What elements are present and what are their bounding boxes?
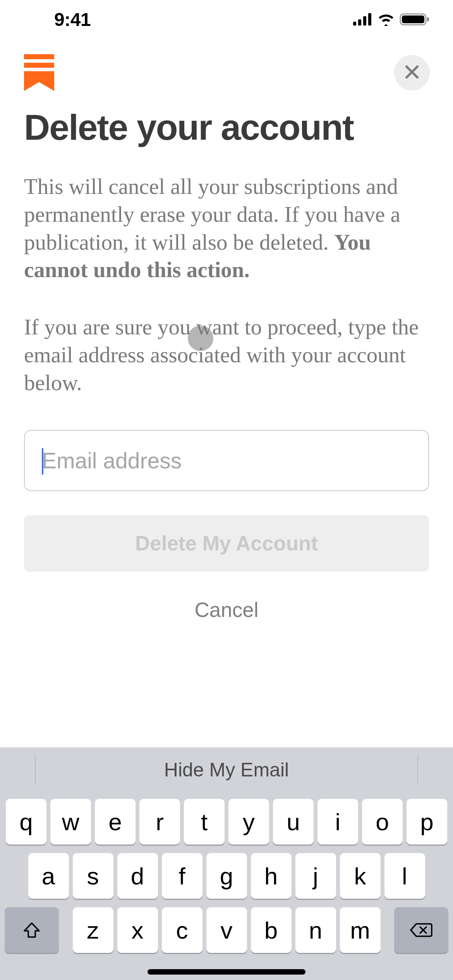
hide-my-email-suggestion: Hide My Email [164, 759, 289, 781]
key-w[interactable]: w [50, 799, 91, 845]
page-header [0, 39, 453, 103]
page-title: Delete your account [24, 110, 429, 146]
key-l[interactable]: l [384, 853, 425, 899]
key-u[interactable]: u [273, 799, 314, 845]
svg-rect-8 [24, 63, 54, 68]
delete-button-label: Delete My Account [135, 531, 318, 555]
svg-rect-2 [363, 16, 366, 26]
key-backspace[interactable] [394, 907, 448, 953]
key-x[interactable]: x [117, 907, 158, 953]
home-indicator[interactable] [148, 969, 305, 975]
svg-rect-5 [402, 15, 424, 23]
cellular-signal-icon [353, 13, 372, 26]
shift-icon [23, 922, 41, 939]
key-z[interactable]: z [73, 907, 113, 953]
key-shift[interactable] [5, 907, 59, 953]
key-k[interactable]: k [340, 853, 381, 899]
key-m[interactable]: m [340, 907, 381, 953]
substack-logo-icon[interactable] [24, 54, 54, 91]
keyboard: Hide My Email q w e r t y u i o p a s d … [0, 747, 453, 980]
key-p[interactable]: p [407, 799, 447, 845]
backspace-icon [410, 922, 432, 938]
key-v[interactable]: v [206, 907, 247, 953]
key-c[interactable]: c [162, 907, 202, 953]
key-i[interactable]: i [317, 799, 358, 845]
key-y[interactable]: y [228, 799, 269, 845]
keyboard-suggestion-bar[interactable]: Hide My Email [0, 747, 453, 792]
key-b[interactable]: b [251, 907, 292, 953]
svg-rect-3 [368, 13, 371, 26]
key-q[interactable]: q [6, 799, 46, 845]
status-time: 9:41 [54, 9, 91, 30]
content-area: Delete your account This will cancel all… [0, 103, 453, 622]
key-f[interactable]: f [162, 853, 202, 899]
key-h[interactable]: h [251, 853, 292, 899]
close-icon [405, 65, 419, 81]
key-s[interactable]: s [73, 853, 113, 899]
key-o[interactable]: o [362, 799, 403, 845]
svg-rect-6 [427, 17, 429, 21]
delete-account-button[interactable]: Delete My Account [24, 515, 429, 572]
key-e[interactable]: e [95, 799, 136, 845]
close-button[interactable] [394, 55, 430, 91]
status-bar: 9:41 [0, 0, 453, 39]
key-d[interactable]: d [117, 853, 158, 899]
wifi-icon [377, 13, 395, 26]
key-t[interactable]: t [184, 799, 225, 845]
email-input[interactable]: Email address [24, 430, 429, 491]
instruction-paragraph: If you are sure you want to proceed, typ… [24, 313, 429, 396]
key-j[interactable]: j [295, 853, 336, 899]
key-a[interactable]: a [28, 853, 69, 899]
key-n[interactable]: n [295, 907, 336, 953]
svg-rect-0 [353, 22, 356, 26]
cancel-button-label: Cancel [195, 598, 259, 622]
keyboard-row-2: a s d f g h j k l [4, 853, 449, 899]
keyboard-row-3: z x c v b n m [4, 907, 449, 953]
key-r[interactable]: r [139, 799, 180, 845]
cancel-button[interactable]: Cancel [24, 598, 429, 622]
keyboard-row-1: q w e r t y u i o p [4, 799, 449, 845]
warning-paragraph-1: This will cancel all your subscriptions … [24, 173, 429, 284]
status-icons [353, 12, 430, 26]
battery-icon [400, 12, 430, 26]
email-placeholder: Email address [42, 448, 182, 473]
key-g[interactable]: g [206, 853, 247, 899]
svg-rect-1 [358, 19, 361, 26]
svg-rect-7 [24, 54, 54, 59]
